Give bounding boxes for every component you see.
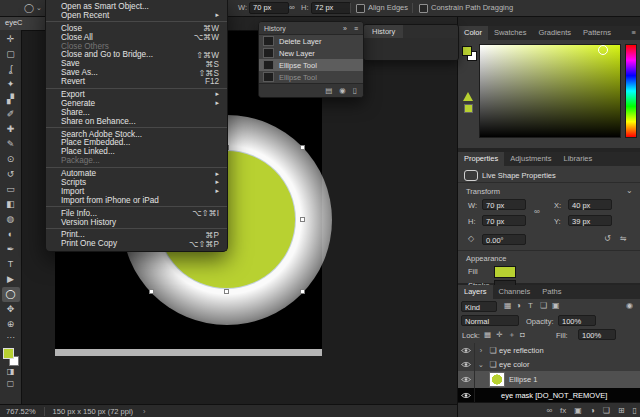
tool-marquee[interactable]: ▢: [2, 47, 20, 62]
history-state-delete-layer[interactable]: Delete Layer: [259, 35, 363, 47]
layer-row-eye-mask[interactable]: eye mask [DO_NOT_REMOVE]: [458, 388, 640, 402]
lock-pixels-icon[interactable]: ✛: [496, 330, 502, 339]
lock-position-icon[interactable]: ＋: [508, 330, 516, 340]
menu-item-import[interactable]: Import▸: [46, 187, 227, 196]
tool-type[interactable]: T: [2, 257, 20, 272]
tool-zoom[interactable]: ⊕: [2, 317, 20, 332]
adjustment-layer-icon[interactable]: ◑: [590, 406, 595, 415]
tool-lasso[interactable]: ʆ: [2, 62, 20, 77]
delete-state-icon[interactable]: ▯: [353, 86, 357, 95]
layer-filter-kind-dropdown[interactable]: Kind: [461, 301, 497, 312]
tool-clone-stamp[interactable]: ⊙: [2, 152, 20, 167]
layer-row-eye-reflection[interactable]: › ❏ eye reflection: [458, 343, 640, 357]
shape-width-input[interactable]: 70 px: [249, 2, 289, 14]
tab-adjustments[interactable]: Adjustments: [504, 152, 557, 166]
menu-item-revert[interactable]: RevertF12: [46, 77, 227, 86]
tab-layers[interactable]: Layers: [458, 285, 493, 299]
menu-item-close-all[interactable]: Close All⌥⌘W: [46, 33, 227, 42]
menu-item-save-as[interactable]: Save As...⇧⌘S: [46, 68, 227, 77]
tool-history-brush[interactable]: ↺: [2, 167, 20, 182]
menu-item-close-and-go-to-bridge[interactable]: Close and Go to Bridge...⇧⌘W: [46, 50, 227, 59]
history-state-ellipse-tool-current[interactable]: Ellipse Tool: [259, 59, 363, 71]
closest-websafe-color-chip[interactable]: [464, 104, 473, 113]
new-layer-icon[interactable]: ⊞: [618, 406, 625, 415]
layer-name[interactable]: eye reflection: [499, 346, 544, 355]
fill-color-swatch[interactable]: [494, 266, 516, 278]
transform-handle[interactable]: [300, 217, 305, 222]
tool-dodge[interactable]: ◐: [2, 227, 20, 242]
add-mask-icon[interactable]: ▣: [574, 406, 582, 415]
link-wh-icon[interactable]: ∞: [534, 207, 540, 216]
tool-quick-select[interactable]: ✦: [2, 77, 20, 92]
shape-height-input[interactable]: 72 px: [311, 2, 351, 14]
link-layers-icon[interactable]: ∞: [546, 406, 552, 415]
layer-name[interactable]: eye mask [DO_NOT_REMOVE]: [501, 391, 607, 400]
zoom-level[interactable]: 767.52%: [6, 407, 36, 416]
menu-item-version-history[interactable]: Version History: [46, 218, 227, 227]
menu-item-scripts[interactable]: Scripts▸: [46, 178, 227, 187]
transform-x-input[interactable]: 40 px: [568, 199, 612, 210]
rotate-button[interactable]: ↺: [604, 234, 611, 243]
edit-toolbar-icon[interactable]: ⋯: [2, 332, 20, 344]
transform-handle[interactable]: [300, 289, 305, 294]
tool-move[interactable]: ✛: [2, 32, 20, 47]
layer-row-ellipse-1[interactable]: Ellipse 1: [458, 371, 640, 388]
transform-handle[interactable]: [300, 145, 305, 150]
tab-properties[interactable]: Properties: [458, 152, 504, 166]
tool-pen[interactable]: ✒: [2, 242, 20, 257]
tool-gradient[interactable]: ◧: [2, 197, 20, 212]
saturation-brightness-picker[interactable]: [479, 44, 621, 138]
hue-slider[interactable]: [625, 44, 637, 138]
rotation-angle-input[interactable]: 0.00°: [482, 234, 526, 245]
quick-mask-icon[interactable]: ◨: [2, 366, 20, 378]
tool-preset-chevron-icon[interactable]: ⌄: [36, 0, 42, 16]
lock-transparent-icon[interactable]: ▦: [484, 330, 491, 339]
tool-path-select[interactable]: ▶: [2, 272, 20, 287]
menu-item-share[interactable]: Share...: [46, 108, 227, 117]
menu-item-print-one-copy[interactable]: Print One Copy⌥⇧⌘P: [46, 239, 227, 248]
layer-row-eye-color[interactable]: ⌄ ❏ eye color: [458, 357, 640, 371]
collapse-section-icon[interactable]: ⌄: [626, 186, 633, 195]
tab-swatches[interactable]: Swatches: [488, 26, 533, 40]
visibility-eye-icon[interactable]: [458, 357, 475, 371]
tab-history[interactable]: History: [364, 25, 403, 38]
tool-healing[interactable]: ✚: [2, 122, 20, 137]
menu-item-automate[interactable]: Automate▸: [46, 169, 227, 178]
menu-item-open-as-smart-object[interactable]: Open as Smart Object...: [46, 2, 227, 11]
layer-name[interactable]: Ellipse 1: [509, 375, 537, 384]
transform-width-input[interactable]: 70 px: [482, 199, 526, 210]
new-document-from-state-icon[interactable]: ▤: [325, 86, 332, 95]
menu-item-search-adobe-stock[interactable]: Search Adobe Stock...: [46, 130, 227, 139]
menu-item-open-recent[interactable]: Open Recent▸: [46, 11, 227, 20]
panel-menu-icon[interactable]: ≡: [354, 25, 358, 32]
layer-thumbnail[interactable]: [489, 372, 505, 387]
gamut-warning-icon[interactable]: [463, 92, 473, 101]
tool-shape[interactable]: ◯: [2, 287, 20, 302]
tab-channels[interactable]: Channels: [493, 285, 537, 299]
transform-y-input[interactable]: 39 px: [568, 215, 612, 226]
tab-paths[interactable]: Paths: [536, 285, 567, 299]
group-disclosure-icon[interactable]: ›: [475, 346, 487, 355]
tab-patterns[interactable]: Patterns: [577, 26, 617, 40]
link-dimensions-icon[interactable]: ∞: [289, 0, 295, 16]
screen-mode-icon[interactable]: ▢: [2, 378, 20, 390]
delete-layer-icon[interactable]: ▯: [633, 406, 637, 415]
foreground-color-chip[interactable]: [462, 46, 472, 56]
new-snapshot-icon[interactable]: ◉: [339, 86, 346, 95]
menu-item-place-embedded[interactable]: Place Embedded...: [46, 138, 227, 147]
menu-item-export[interactable]: Export▸: [46, 90, 227, 99]
menu-item-generate[interactable]: Generate▸: [46, 99, 227, 108]
transform-handle[interactable]: [149, 289, 154, 294]
tool-eyedropper[interactable]: ✐: [2, 107, 20, 122]
layer-effects-icon[interactable]: fx: [560, 406, 566, 415]
tab-gradients[interactable]: Gradients: [532, 26, 577, 40]
menu-item-import-from-iphone-or-ipad[interactable]: Import from iPhone or iPad: [46, 196, 227, 205]
transform-height-input[interactable]: 70 px: [482, 215, 526, 226]
visibility-eye-icon[interactable]: [458, 371, 475, 388]
filter-pixel-icon[interactable]: ▦: [504, 301, 512, 310]
filter-toggle-icon[interactable]: ◉: [626, 301, 633, 310]
new-group-icon[interactable]: ❏: [603, 406, 610, 415]
tool-eraser[interactable]: ▭: [2, 182, 20, 197]
foreground-color-swatch[interactable]: [3, 348, 14, 359]
visibility-eye-icon[interactable]: [458, 388, 475, 402]
